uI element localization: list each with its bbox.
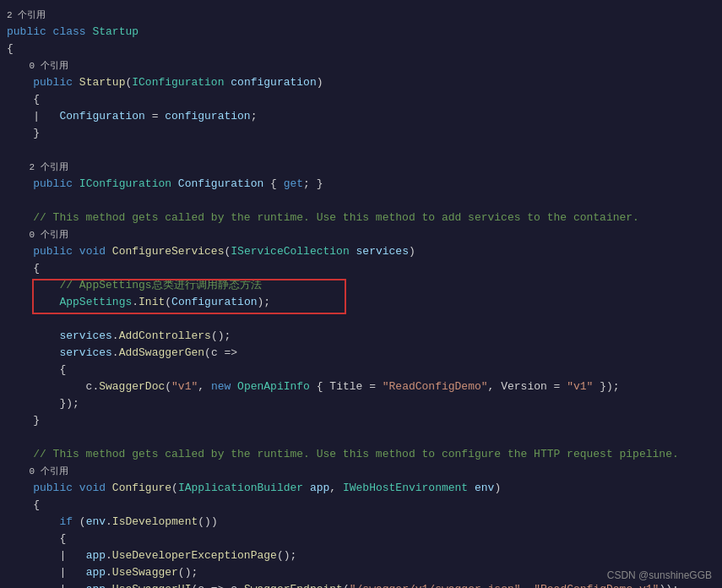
code-line-12 (0, 193, 722, 210)
code-line-33: | app.UseDeveloperExceptionPage(); (0, 547, 722, 564)
code-line-21: services.AddSwaggerGen(c => (0, 345, 722, 362)
code-line-28: 0 个引用 (0, 463, 722, 480)
keyword-class: class (53, 24, 93, 41)
code-line-26 (0, 429, 722, 446)
code-line-30: { (0, 497, 722, 514)
code-line-13: // This method gets called by the runtim… (0, 210, 722, 226)
code-line-8: } (0, 125, 722, 142)
code-line-25: } (0, 412, 722, 429)
code-line-2: public class Startup (0, 24, 722, 41)
ref-count-4: 0 个引用 (7, 57, 68, 74)
code-line-3: { (0, 41, 722, 57)
code-line-17: // AppSettings总类进行调用静态方法 (0, 277, 722, 294)
ref-count-1: 2 个引用 (7, 7, 46, 24)
code-line-22: { (0, 362, 722, 378)
ref-count-14: 0 个引用 (7, 226, 68, 243)
keyword-public: public (7, 24, 53, 41)
class-startup: Startup (92, 24, 138, 41)
code-line-1: 2 个引用 (0, 7, 722, 24)
code-line-6: { (0, 91, 722, 108)
code-line-32: { (0, 531, 722, 547)
code-line-23: c.SwaggerDoc("v1", new OpenApiInfo { Tit… (0, 378, 722, 395)
code-line-19 (0, 311, 722, 328)
code-line-11: public IConfiguration Configuration { ge… (0, 176, 722, 193)
code-line-29: public void Configure(IApplicationBuilde… (0, 480, 722, 497)
code-line-20: services.AddControllers(); (0, 328, 722, 345)
code-line-27: // This method gets called by the runtim… (0, 446, 722, 463)
code-line-16: { (0, 260, 722, 277)
code-line-24: }); (0, 395, 722, 412)
watermark: CSDN @sunshineGGB (607, 569, 712, 581)
code-line-18: AppSettings.Init(Configuration); (0, 294, 722, 311)
code-line-15: public void ConfigureServices(IServiceCo… (0, 243, 722, 260)
code-line-7: | Configuration = configuration; (0, 108, 722, 125)
code-line-35: | app.UseSwaggerUI(c => c.SwaggerEndpoin… (0, 581, 722, 588)
ref-count-10: 2 个引用 (7, 159, 68, 176)
code-line-31: if (env.IsDevelopment()) (0, 514, 722, 531)
code-editor: 2 个引用 public class Startup { 0 个引用 publi… (0, 0, 722, 588)
code-line-5: public Startup(IConfiguration configurat… (0, 74, 722, 91)
ref-count-28: 0 个引用 (7, 463, 68, 480)
code-line-14: 0 个引用 (0, 226, 722, 243)
code-line-4: 0 个引用 (0, 57, 722, 74)
code-line-10: 2 个引用 (0, 159, 722, 176)
code-line-9 (0, 142, 722, 159)
